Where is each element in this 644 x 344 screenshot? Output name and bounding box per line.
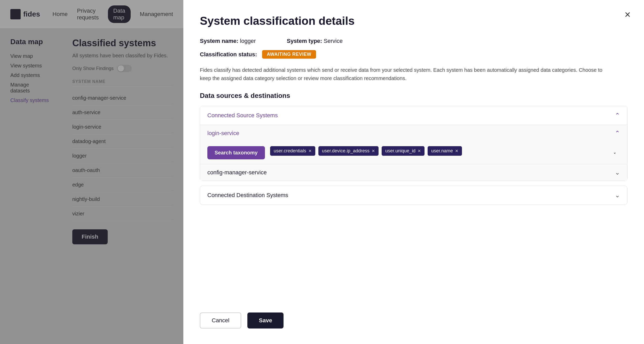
description-text: Fides classify has detected additional s… [200, 66, 608, 82]
tag-remove-icon[interactable]: ✕ [308, 148, 312, 153]
tag-remove-icon[interactable]: ✕ [418, 148, 421, 153]
tag-user-device-ip: user.device.ip_address ✕ [318, 146, 379, 156]
close-button[interactable]: × [625, 9, 631, 20]
system-type-field: System type: Service [287, 38, 342, 44]
status-badge: AWAITING REVIEW [262, 50, 316, 59]
tag-user-credentials: user.credentials ✕ [270, 146, 315, 156]
status-row: Classification status: AWAITING REVIEW [200, 50, 627, 59]
system-name-field: System name: logger [200, 38, 256, 44]
config-manager-header[interactable]: config-manager-service ⌄ [200, 164, 627, 181]
tag-user-unique-id: user.unique_id ✕ [382, 146, 425, 156]
search-taxonomy-button[interactable]: Search taxonomy [207, 146, 265, 159]
taxonomy-row: Search taxonomy user.credentials ✕ user.… [200, 142, 627, 164]
connected-destination-accordion: Connected Destination Systems ⌄ [200, 186, 627, 205]
destination-chevron-down-icon: ⌄ [615, 192, 620, 199]
tag-remove-icon[interactable]: ✕ [372, 148, 375, 153]
expand-icon[interactable]: ⌄ [609, 146, 620, 158]
tag-label: user.name [431, 148, 453, 154]
meta-row: System name: logger System type: Service [200, 38, 627, 44]
connected-source-header[interactable]: Connected Source Systems ⌃ [200, 106, 627, 125]
connected-destination-title: Connected Destination Systems [207, 192, 288, 199]
connected-source-title: Connected Source Systems [207, 112, 278, 119]
modal-footer: Cancel Save [200, 312, 284, 329]
config-manager-chevron-icon: ⌄ [615, 169, 620, 176]
login-service-header[interactable]: login-service ⌃ [200, 125, 627, 142]
system-type-value: Service [324, 38, 343, 44]
tag-user-name: user.name ✕ [428, 146, 462, 156]
login-service-title: login-service [207, 130, 239, 137]
tag-label: user.credentials [274, 148, 306, 154]
login-service-chevron-up-icon: ⌃ [615, 130, 620, 137]
tag-label: user.device.ip_address [322, 148, 370, 154]
connected-source-body: login-service ⌃ Search taxonomy user.cre… [200, 125, 627, 181]
tag-label: user.unique_id [385, 148, 415, 154]
chevron-up-icon: ⌃ [615, 112, 620, 119]
data-sources-heading: Data sources & destinations [200, 92, 627, 100]
config-manager-title: config-manager-service [207, 169, 267, 176]
connected-destination-header[interactable]: Connected Destination Systems ⌄ [200, 186, 627, 205]
save-button[interactable]: Save [247, 312, 283, 329]
login-service-section: login-service ⌃ Search taxonomy user.cre… [200, 125, 627, 164]
tags-container: user.credentials ✕ user.device.ip_addres… [270, 146, 604, 156]
system-type-label: System type: [287, 38, 322, 44]
cancel-button[interactable]: Cancel [200, 312, 241, 329]
classification-status-label: Classification status: [200, 51, 257, 58]
modal-overlay [0, 0, 183, 344]
modal-panel: × System classification details System n… [183, 0, 644, 344]
tag-remove-icon[interactable]: ✕ [455, 148, 458, 153]
system-name-label: System name: [200, 38, 238, 44]
modal-title: System classification details [200, 14, 627, 27]
system-name-value: logger [240, 38, 256, 44]
connected-source-accordion: Connected Source Systems ⌃ login-service… [200, 106, 627, 181]
